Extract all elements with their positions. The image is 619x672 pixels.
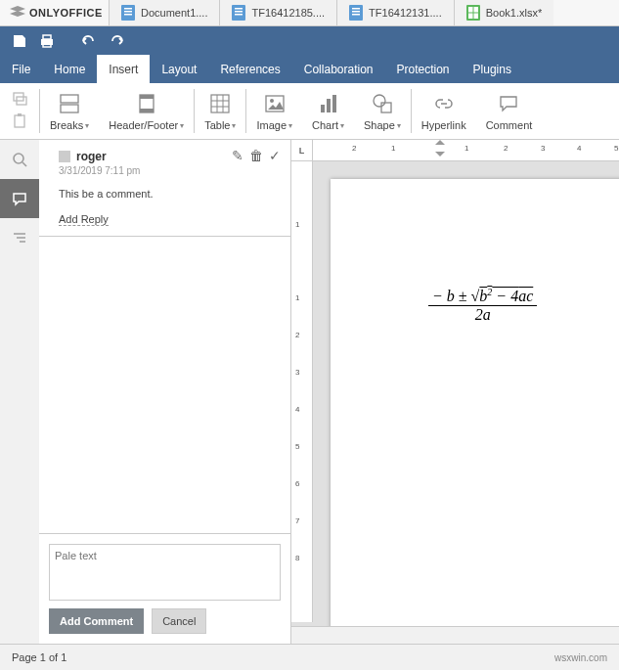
svg-rect-7: [235, 14, 243, 16]
tab-label: Book1.xlsx*: [486, 7, 542, 19]
chevron-down-icon: ▾: [180, 121, 184, 130]
svg-rect-2: [124, 11, 132, 13]
chevron-down-icon: ▾: [397, 121, 401, 130]
svg-rect-38: [332, 95, 336, 112]
comments-tab[interactable]: [0, 179, 39, 218]
save-icon[interactable]: [7, 26, 32, 55]
svg-rect-27: [140, 95, 154, 99]
vertical-ruler[interactable]: 1 1 2 3 4 5 6 7 8: [291, 161, 313, 622]
equation[interactable]: − b ± √b2 − 4ac 2a: [428, 287, 537, 324]
comment-button[interactable]: Comment: [476, 83, 543, 139]
menu-home[interactable]: Home: [42, 55, 97, 83]
ruler-corner[interactable]: L: [291, 140, 313, 161]
svg-rect-10: [352, 11, 360, 13]
document-tab[interactable]: TF16412131....: [337, 0, 455, 25]
comments-panel: ✎ 🗑 ✓ roger 3/31/2019 7:11 pm This be a …: [39, 140, 291, 644]
svg-rect-23: [18, 113, 22, 116]
menu-bar: File Home Insert Layout References Colla…: [0, 55, 619, 83]
svg-rect-6: [235, 11, 243, 13]
edit-icon[interactable]: ✎: [232, 148, 243, 163]
horizontal-ruler[interactable]: 2 1 1 2 3 4 5: [313, 140, 619, 161]
app-logo: ONLYOFFICE: [0, 0, 110, 25]
side-tabs: [0, 140, 39, 644]
svg-rect-14: [473, 7, 478, 13]
add-reply-link[interactable]: Add Reply: [59, 213, 109, 226]
document-tab[interactable]: TF16412185....: [220, 0, 337, 25]
first-line-indent[interactable]: [435, 140, 445, 145]
svg-rect-0: [121, 5, 135, 21]
svg-rect-22: [15, 115, 24, 127]
chart-button[interactable]: Chart▾: [302, 83, 354, 139]
search-tab[interactable]: [0, 140, 39, 179]
cancel-button[interactable]: Cancel: [152, 608, 206, 634]
table-button[interactable]: Table▾: [195, 83, 245, 139]
delete-icon[interactable]: 🗑: [249, 148, 263, 163]
document-tab[interactable]: Document1....: [110, 0, 220, 25]
comment-input[interactable]: [49, 544, 281, 601]
add-comment-button[interactable]: Add Comment: [49, 608, 144, 634]
copy-icon[interactable]: [12, 92, 27, 108]
quick-access-bar: [0, 26, 619, 55]
svg-point-35: [270, 99, 274, 103]
avatar: [59, 151, 70, 162]
svg-rect-24: [61, 95, 78, 103]
svg-rect-1: [124, 8, 132, 10]
page-indicator: Page 1 of 1: [12, 651, 66, 663]
menu-plugins[interactable]: Plugins: [462, 55, 523, 83]
svg-point-41: [14, 154, 23, 163]
menu-references[interactable]: References: [208, 55, 291, 83]
status-bar: Page 1 of 1 wsxwin.com: [0, 644, 619, 670]
menu-collaboration[interactable]: Collaboration: [292, 55, 385, 83]
menu-insert[interactable]: Insert: [97, 55, 150, 83]
tab-label: Document1....: [141, 7, 207, 19]
svg-rect-15: [468, 14, 473, 20]
svg-rect-13: [468, 7, 473, 13]
app-name: ONLYOFFICE: [29, 7, 103, 19]
menu-layout[interactable]: Layout: [150, 55, 208, 83]
chevron-down-icon: ▾: [288, 121, 292, 130]
menu-protection[interactable]: Protection: [385, 55, 462, 83]
horizontal-scrollbar[interactable]: [291, 626, 619, 644]
spreadsheet-tab[interactable]: Book1.xlsx*: [455, 0, 553, 25]
svg-line-42: [22, 162, 26, 166]
page[interactable]: − b ± √b2 − 4ac 2a: [331, 179, 619, 644]
chevron-down-icon: ▾: [85, 121, 89, 130]
tab-label: TF16412131....: [369, 7, 442, 19]
title-bar: ONLYOFFICE Document1.... TF16412185.... …: [0, 0, 619, 26]
svg-rect-25: [61, 105, 78, 112]
comment-date: 3/31/2019 7:11 pm: [59, 165, 279, 176]
breaks-button[interactable]: Breaks▾: [40, 83, 99, 139]
resolve-icon[interactable]: ✓: [269, 148, 281, 163]
svg-rect-4: [232, 5, 245, 21]
svg-rect-9: [352, 8, 360, 10]
chevron-down-icon: ▾: [340, 121, 344, 130]
svg-rect-5: [235, 8, 243, 10]
redo-icon[interactable]: [103, 26, 132, 55]
menu-file[interactable]: File: [0, 55, 42, 83]
print-icon[interactable]: [32, 26, 62, 55]
work-area: ✎ 🗑 ✓ roger 3/31/2019 7:11 pm This be a …: [0, 140, 619, 644]
svg-rect-16: [473, 14, 478, 20]
svg-rect-37: [327, 99, 331, 112]
image-button[interactable]: Image▾: [246, 83, 302, 139]
svg-rect-29: [211, 95, 229, 112]
svg-rect-8: [349, 5, 363, 21]
svg-rect-18: [43, 35, 51, 39]
hyperlink-button[interactable]: Hyperlink: [412, 83, 476, 139]
shape-button[interactable]: Shape▾: [354, 83, 411, 139]
header-footer-button[interactable]: Header/Footer▾: [99, 83, 194, 139]
document-area[interactable]: L 2 1 1 2 3 4 5 1 1 2 3 4 5 6 7 8 − b ±: [291, 140, 619, 644]
svg-rect-40: [381, 103, 391, 112]
comment-user: roger: [76, 150, 107, 163]
ribbon: Breaks▾ Header/Footer▾ Table▾ Image▾ Cha…: [0, 83, 619, 140]
hanging-indent[interactable]: [435, 152, 445, 157]
navigation-tab[interactable]: [0, 218, 39, 257]
comment-text: This be a comment.: [59, 188, 279, 200]
tab-label: TF16412185....: [251, 7, 325, 19]
chevron-down-icon: ▾: [232, 121, 236, 130]
svg-rect-36: [321, 105, 325, 112]
comment-item[interactable]: ✎ 🗑 ✓ roger 3/31/2019 7:11 pm This be a …: [39, 140, 290, 237]
paste-icon[interactable]: [12, 113, 27, 131]
undo-icon[interactable]: [73, 26, 103, 55]
svg-rect-28: [140, 109, 154, 112]
